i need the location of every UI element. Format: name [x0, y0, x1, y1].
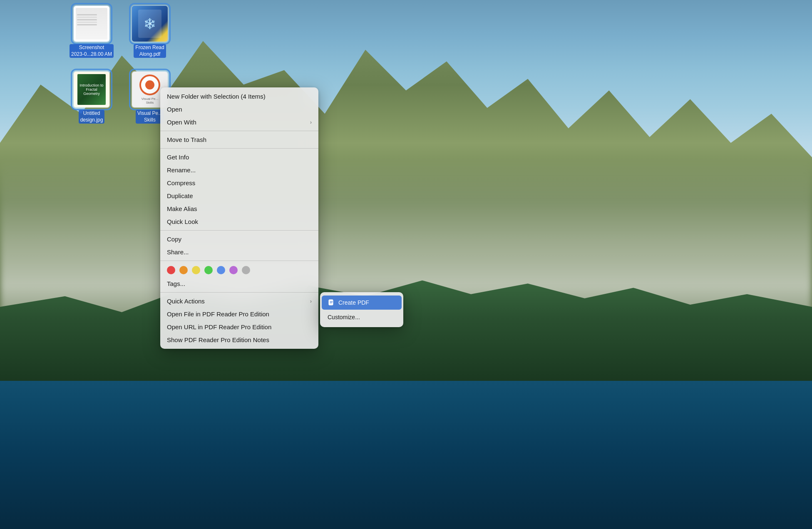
desktop-icon-screenshot[interactable]: Screenshot 2023-0...28.00 AM: [67, 5, 117, 58]
separator-5: [160, 292, 318, 293]
create-pdf-icon: [328, 299, 335, 306]
menu-item-quick-look[interactable]: Quick Look: [160, 215, 318, 228]
menu-item-open-url-pdf[interactable]: Open URL in PDF Reader Pro Edition: [160, 320, 318, 333]
tag-red[interactable]: [167, 266, 175, 274]
visual-label-text: Visual Pe...Skills: [142, 97, 158, 104]
visual-label: Visual Pe... Skills: [136, 110, 164, 124]
visual-circle-graphic: [139, 75, 160, 95]
separator-2: [160, 148, 318, 149]
design-label: Untitled design.jpg: [79, 110, 105, 124]
menu-item-show-pdf-notes[interactable]: Show PDF Reader Pro Edition Notes: [160, 333, 318, 346]
quick-actions-submenu: Create PDF Customize...: [320, 292, 403, 327]
menu-item-open-with[interactable]: Open With ›: [160, 116, 318, 129]
menu-label-move-trash: Move to Trash: [167, 136, 312, 143]
context-menu: New Folder with Selection (4 Items) Open…: [160, 87, 318, 349]
menu-item-duplicate[interactable]: Duplicate: [160, 189, 318, 202]
menu-item-copy[interactable]: Copy: [160, 233, 318, 246]
menu-label-quick-look: Quick Look: [167, 218, 312, 225]
menu-label-compress: Compress: [167, 179, 312, 186]
tags-color-row: [160, 263, 318, 277]
menu-label-make-alias: Make Alias: [167, 205, 312, 212]
menu-item-make-alias[interactable]: Make Alias: [160, 202, 318, 215]
menu-item-rename[interactable]: Rename...: [160, 164, 318, 176]
separator-1: [160, 131, 318, 131]
frozen-thumbnail: ❄️: [131, 5, 169, 42]
menu-item-open[interactable]: Open: [160, 103, 318, 116]
separator-3: [160, 230, 318, 231]
frozen-label: Frozen Read Along.pdf: [134, 44, 166, 58]
tag-blue[interactable]: [217, 266, 225, 274]
menu-label-rename: Rename...: [167, 166, 312, 174]
tag-green[interactable]: [204, 266, 213, 274]
menu-item-share[interactable]: Share...: [160, 246, 318, 258]
submenu-label-create-pdf: Create PDF: [338, 299, 369, 306]
menu-label-open-with: Open With: [167, 119, 307, 126]
menu-label-share: Share...: [167, 248, 312, 256]
screenshot-thumbnail: [73, 5, 110, 42]
menu-item-new-folder[interactable]: New Folder with Selection (4 Items): [160, 90, 318, 103]
screenshot-label: Screenshot 2023-0...28.00 AM: [70, 44, 114, 58]
menu-label-open-url-pdf: Open URL in PDF Reader Pro Edition: [167, 323, 312, 330]
submenu-label-customize: Customize...: [328, 314, 360, 320]
submenu-item-customize[interactable]: Customize...: [322, 310, 402, 324]
menu-item-get-info[interactable]: Get Info: [160, 151, 318, 164]
menu-label-copy: Copy: [167, 236, 312, 243]
design-cover: Introduction to Fractal Geometry: [77, 74, 106, 104]
tag-orange[interactable]: [179, 266, 188, 274]
submenu-item-create-pdf[interactable]: Create PDF: [322, 296, 402, 310]
desktop-icon-untitled-design[interactable]: Introduction to Fractal Geometry Untitle…: [67, 71, 117, 124]
menu-item-move-trash[interactable]: Move to Trash: [160, 133, 318, 146]
menu-item-quick-actions[interactable]: Quick Actions › Create PDF Customize...: [160, 295, 318, 308]
chevron-right-icon: ›: [310, 119, 312, 125]
tag-gray[interactable]: [242, 266, 250, 274]
tag-yellow[interactable]: [192, 266, 200, 274]
menu-label-get-info: Get Info: [167, 154, 312, 161]
menu-label-tags: Tags...: [167, 280, 312, 287]
menu-label-open-file-pdf: Open File in PDF Reader Pro Edition: [167, 310, 312, 318]
frozen-cover-art: ❄️: [138, 10, 161, 38]
menu-label-quick-actions: Quick Actions: [167, 298, 307, 305]
menu-item-tags[interactable]: Tags...: [160, 277, 318, 290]
menu-label-new-folder: New Folder with Selection (4 Items): [167, 93, 312, 100]
landscape-layer: [0, 0, 812, 529]
desktop-icon-frozen-pdf[interactable]: ❄️ Frozen Read Along.pdf: [125, 5, 175, 58]
design-thumbnail: Introduction to Fractal Geometry: [73, 71, 110, 108]
menu-label-duplicate: Duplicate: [167, 192, 312, 199]
menu-item-compress[interactable]: Compress: [160, 176, 318, 189]
tag-purple[interactable]: [229, 266, 238, 274]
menu-item-open-file-pdf[interactable]: Open File in PDF Reader Pro Edition: [160, 308, 318, 320]
separator-4: [160, 261, 318, 261]
menu-label-open: Open: [167, 106, 312, 113]
chevron-right-quick-actions-icon: ›: [310, 298, 312, 304]
menu-label-show-pdf-notes: Show PDF Reader Pro Edition Notes: [167, 336, 312, 343]
